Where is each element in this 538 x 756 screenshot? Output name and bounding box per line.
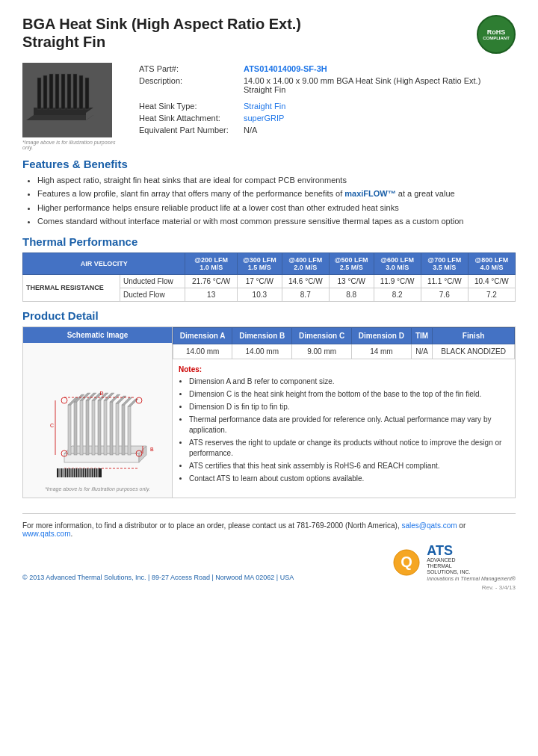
schematic-caption: *Image above is for illustration purpose…	[29, 486, 166, 492]
dim-b-header: Dimension B	[232, 327, 292, 344]
col-600lfm: @600 LFM3.0 M/S	[374, 252, 421, 274]
notes-list: Dimension A and B refer to component siz…	[179, 377, 509, 484]
note-6: ATS certifies that this heat sink assemb…	[189, 461, 509, 471]
dim-c-header: Dimension C	[292, 327, 352, 344]
note-4: Thermal performance data are provided fo…	[189, 415, 509, 436]
dim-d-header: Dimension D	[352, 327, 412, 344]
svg-rect-18	[86, 400, 89, 455]
part-number[interactable]: ATS014014009-SF-3H	[244, 64, 327, 73]
ducted-800: 7.2	[468, 288, 515, 301]
features-title: Features & Benefits	[22, 158, 516, 170]
description-value: 14.00 x 14.00 x 9.00 mm BGA Heat Sink (H…	[239, 75, 516, 96]
footer-contact-text: For more information, to find a distribu…	[22, 521, 400, 530]
svg-rect-9	[85, 78, 89, 109]
tim-value: N/A	[411, 344, 432, 359]
product-image-box	[22, 63, 112, 137]
col-200lfm: @200 LFM1.0 M/S	[185, 252, 238, 274]
feature-item: Features a low profile, slant fin array …	[37, 188, 516, 199]
features-list: High aspect ratio, straight fin heat sin…	[22, 175, 516, 228]
finish-value: BLACK ANODIZED	[433, 344, 515, 359]
svg-rect-5	[61, 74, 65, 109]
svg-rect-21	[104, 400, 107, 455]
svg-rect-19	[92, 400, 95, 455]
footer-section: For more information, to find a distribu…	[22, 513, 516, 591]
copyright-text: © 2013 Advanced Thermal Solutions, Inc. …	[22, 574, 294, 581]
heat-sink-type-value[interactable]: Straight Fin	[244, 102, 285, 111]
svg-rect-17	[80, 400, 83, 455]
svg-marker-10	[26, 115, 93, 120]
schematic-column: Schematic Image	[23, 327, 173, 498]
ats-tagline: Innovations in Thermal Management®	[427, 576, 516, 581]
page-title: BGA Heat Sink (High Aspect Ratio Ext.) S…	[22, 15, 301, 51]
note-1: Dimension A and B refer to component siz…	[189, 377, 509, 387]
product-details-table: ATS Part#: ATS014014009-SF-3H Descriptio…	[134, 63, 516, 150]
note-2: Dimension C is the heat sink height from…	[189, 389, 509, 400]
unducted-700: 11.1 °C/W	[421, 274, 468, 288]
svg-text:D: D	[99, 391, 103, 396]
svg-rect-1	[37, 78, 41, 109]
dim-d-value: 14 mm	[352, 344, 412, 359]
svg-text:Q: Q	[401, 554, 412, 570]
header-section: BGA Heat Sink (High Aspect Ratio Ext.) S…	[22, 15, 516, 54]
maxiflow-link[interactable]: maxiFLOW™	[344, 189, 395, 198]
svg-rect-20	[98, 400, 101, 455]
svg-text:B: B	[150, 447, 154, 452]
schematic-svg: A B C D	[34, 353, 161, 480]
svg-rect-4	[55, 74, 59, 109]
ats-q-logo: Q	[392, 548, 421, 577]
dim-a-header: Dimension A	[173, 327, 232, 344]
tim-header: TIM	[411, 327, 432, 344]
title-line1: BGA Heat Sink (High Aspect Ratio Ext.)	[22, 16, 301, 32]
detail-section: Schematic Image	[22, 326, 516, 498]
svg-rect-15	[68, 405, 71, 455]
heatsink-illustration	[26, 66, 108, 134]
ducted-200: 13	[185, 288, 238, 301]
ducted-700: 7.6	[421, 288, 468, 301]
heat-sink-attachment-value[interactable]: superGRIP	[244, 114, 284, 123]
notes-label: Notes:	[179, 365, 509, 374]
thermal-performance-title: Thermal Performance	[22, 235, 516, 248]
note-5: ATS reserves the right to update or chan…	[189, 438, 509, 459]
product-detail-title: Product Detail	[22, 309, 516, 322]
title-line2: Straight Fin	[22, 34, 105, 50]
ats-logo-block: Q ATS ADVANCED THERMAL SOLUTIONS, INC. I…	[392, 544, 516, 581]
col-400lfm: @400 LFM2.0 M/S	[282, 252, 329, 274]
product-image-area: *Image above is for illustration purpose…	[22, 63, 120, 150]
ducted-400: 8.7	[282, 288, 329, 301]
equivalent-part-value: N/A	[239, 124, 516, 136]
col-700lfm: @700 LFM3.5 M/S	[421, 252, 468, 274]
svg-rect-3	[49, 74, 53, 109]
rev-text: Rev. - 3/4/13	[22, 584, 516, 591]
feature-item: Higher performance helps ensure reliable…	[37, 202, 516, 214]
thermal-performance-table: AIR VELOCITY @200 LFM1.0 M/S @300 LFM1.5…	[22, 252, 516, 302]
schematic-header: Schematic Image	[23, 327, 172, 343]
svg-rect-8	[79, 75, 83, 109]
svg-rect-24	[122, 405, 125, 455]
ats-fullname: ADVANCED THERMAL SOLUTIONS, INC.	[427, 557, 516, 576]
air-velocity-header: AIR VELOCITY	[23, 252, 185, 274]
product-info-section: *Image above is for illustration purpose…	[22, 63, 516, 150]
rohs-badge: RoHS COMPLIANT	[477, 15, 516, 54]
svg-rect-25	[128, 406, 131, 455]
col-300lfm: @300 LFM1.5 M/S	[237, 252, 282, 274]
note-3: Dimension D is fin tip to fin tip.	[189, 402, 509, 412]
footer-email[interactable]: sales@qats.com	[401, 521, 457, 530]
equivalent-part-label: Equivalent Part Number:	[134, 124, 239, 136]
finish-header: Finish	[433, 327, 515, 344]
note-7: Contact ATS to learn about custom option…	[189, 474, 509, 484]
col-500lfm: @500 LFM2.5 M/S	[329, 252, 374, 274]
col-800lfm: @800 LFM4.0 M/S	[468, 252, 515, 274]
rohs-label: RoHS	[487, 28, 506, 36]
image-caption: *Image above is for illustration purpose…	[22, 140, 120, 150]
svg-text:C: C	[50, 423, 54, 428]
feature-item: High aspect ratio, straight fin heat sin…	[37, 175, 516, 186]
heat-sink-attachment-label: Heat Sink Attachment:	[134, 112, 239, 124]
ducted-500: 8.8	[329, 288, 374, 301]
unducted-flow-label: Unducted Flow	[120, 274, 185, 288]
ducted-300: 10.3	[237, 288, 282, 301]
footer-contact: For more information, to find a distribu…	[22, 521, 516, 538]
part-label: ATS Part#:	[134, 63, 239, 75]
rohs-sublabel: COMPLIANT	[483, 36, 510, 40]
footer-copyright: © 2013 Advanced Thermal Solutions, Inc. …	[22, 574, 294, 581]
footer-website[interactable]: www.qats.com	[22, 530, 70, 538]
